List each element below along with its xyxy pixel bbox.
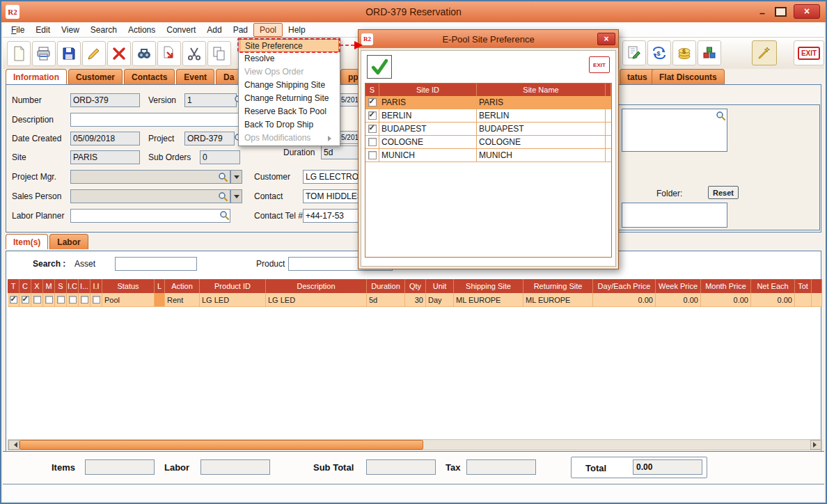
items-column-header-unit[interactable]: Unit — [426, 279, 454, 293]
edit-order-button[interactable] — [622, 40, 646, 65]
item-checkbox[interactable] — [10, 296, 17, 304]
dialog-close-button[interactable]: × — [597, 33, 615, 45]
item-flag-cell[interactable] — [55, 293, 67, 307]
scrollbar-track[interactable] — [19, 440, 810, 450]
items-column-header-c[interactable]: C — [19, 279, 31, 293]
delete-button[interactable] — [107, 41, 131, 66]
items-column-header-m[interactable]: M — [43, 279, 55, 293]
site-select-cell[interactable] — [365, 123, 379, 135]
items-column-header-s[interactable]: S — [55, 279, 67, 293]
items-column-header-t[interactable]: T — [8, 279, 19, 293]
dialog-apply-button[interactable] — [367, 55, 392, 79]
save-button[interactable] — [57, 41, 81, 66]
menu-pad[interactable]: Pad — [228, 24, 253, 36]
tab-item-s[interactable]: Item(s) — [6, 234, 48, 249]
items-total-input[interactable] — [85, 459, 155, 475]
project-mgr-search-icon[interactable] — [218, 172, 228, 184]
labor-planner-search-icon[interactable] — [219, 210, 229, 222]
dialog-exit-button[interactable]: EXIT — [589, 56, 610, 73]
contact-tel-input[interactable] — [303, 209, 363, 223]
money-pricing-button[interactable]: $ — [672, 40, 696, 65]
description-input[interactable] — [70, 113, 242, 127]
item-flag-cell[interactable] — [90, 293, 102, 307]
item-flag-cell[interactable] — [79, 293, 90, 307]
sales-person-search-icon[interactable] — [218, 191, 228, 203]
site-row[interactable]: BERLINBERLIN — [365, 109, 611, 123]
pool-menu-item-view-ops-order[interactable]: View Ops Order — [239, 65, 339, 79]
menu-convert[interactable]: Convert — [161, 24, 201, 36]
menu-search[interactable]: Search — [85, 24, 123, 36]
edit-button[interactable] — [82, 41, 106, 66]
duration-input[interactable] — [321, 145, 361, 159]
items-column-header-status[interactable]: Status — [102, 279, 155, 293]
customer-input[interactable] — [303, 170, 363, 184]
items-column-header-description[interactable]: Description — [266, 279, 367, 293]
total-input[interactable] — [633, 459, 702, 475]
pool-menu-item-change-returning-site[interactable]: Change Returning Site — [239, 92, 339, 105]
item-checkbox[interactable] — [33, 296, 41, 304]
close-button[interactable]: × — [794, 4, 820, 19]
scrollbar-thumb[interactable] — [19, 440, 423, 450]
items-column-header-month-price[interactable]: Month Price — [701, 279, 751, 293]
item-flag-cell[interactable] — [43, 293, 55, 307]
site-checkbox[interactable] — [368, 138, 377, 146]
pool-menu-item-change-shipping-site[interactable]: Change Shipping Site — [239, 79, 339, 92]
item-flag-cell[interactable] — [19, 293, 31, 307]
site-checkbox[interactable] — [368, 111, 377, 120]
menu-file[interactable]: File — [6, 24, 30, 36]
item-flag-cell[interactable] — [67, 293, 79, 307]
tab-event[interactable]: Event — [176, 69, 214, 84]
menu-pool[interactable]: Pool — [253, 23, 283, 37]
project-input[interactable] — [184, 132, 235, 145]
print-button[interactable] — [32, 41, 56, 66]
menu-add[interactable]: Add — [201, 24, 227, 36]
labor-total-input[interactable] — [200, 459, 270, 475]
reset-button[interactable]: Reset — [708, 186, 739, 199]
new-document-button[interactable] — [7, 41, 31, 66]
comments-textarea[interactable] — [622, 109, 727, 152]
items-column-header-action[interactable]: Action — [165, 279, 200, 293]
minimize-button[interactable]: – — [757, 6, 768, 17]
tab-flat-discounts[interactable]: Flat Discounts — [652, 69, 725, 84]
sales-person-dropdown-button[interactable] — [230, 189, 242, 203]
items-column-header-duration[interactable]: Duration — [367, 279, 405, 293]
site-row[interactable]: BUDAPESTBUDAPEST — [365, 123, 611, 136]
site-checkbox[interactable] — [368, 98, 377, 107]
copy-button[interactable] — [207, 41, 231, 66]
items-column-header-week-price[interactable]: Week Price — [656, 279, 701, 293]
site-column-header-s[interactable]: S — [365, 84, 379, 96]
export-button[interactable] — [157, 41, 181, 66]
menu-actions[interactable]: Actions — [123, 24, 161, 36]
sub-total-input[interactable] — [366, 459, 436, 475]
items-column-header-product-id[interactable]: Product ID — [200, 279, 266, 293]
tab-labor[interactable]: Labor — [49, 234, 88, 249]
pool-menu-item-back-to-drop-ship[interactable]: Back To Drop Ship — [239, 118, 339, 132]
site-select-cell[interactable] — [365, 109, 379, 122]
items-column-header-x[interactable]: X — [31, 279, 43, 293]
site-checkbox[interactable] — [368, 125, 377, 133]
maximize-button[interactable] — [775, 7, 787, 17]
cut-button[interactable] — [182, 41, 206, 66]
project-mgr-dropdown-button[interactable] — [230, 170, 242, 184]
items-column-header-day-each-price[interactable]: Day/Each Price — [593, 279, 656, 293]
item-checkbox[interactable] — [69, 296, 77, 304]
items-column-header-i[interactable]: I... — [79, 279, 90, 293]
tax-input[interactable] — [466, 459, 536, 475]
item-flag-cell[interactable] — [8, 293, 19, 307]
items-column-header-tot[interactable]: Tot — [795, 279, 812, 293]
site-row[interactable]: PARISPARIS — [365, 96, 611, 109]
items-column-header-i-i[interactable]: I.I — [90, 279, 102, 293]
number-input[interactable] — [70, 93, 140, 107]
scroll-left-button[interactable] — [8, 440, 19, 450]
items-column-header-qty[interactable]: Qty — [405, 279, 426, 293]
item-checkbox[interactable] — [22, 296, 29, 304]
item-flag-cell[interactable] — [31, 293, 43, 307]
wand-button[interactable] — [752, 40, 777, 65]
contact-input[interactable] — [303, 189, 363, 203]
site-input[interactable] — [70, 150, 140, 164]
currency-exchange-button[interactable]: $ — [647, 40, 671, 65]
site-select-cell[interactable] — [365, 96, 379, 109]
tab-tatus[interactable]: tatus — [620, 69, 655, 84]
site-row[interactable]: MUNICHMUNICH — [365, 149, 611, 162]
horizontal-scrollbar[interactable] — [8, 439, 822, 450]
